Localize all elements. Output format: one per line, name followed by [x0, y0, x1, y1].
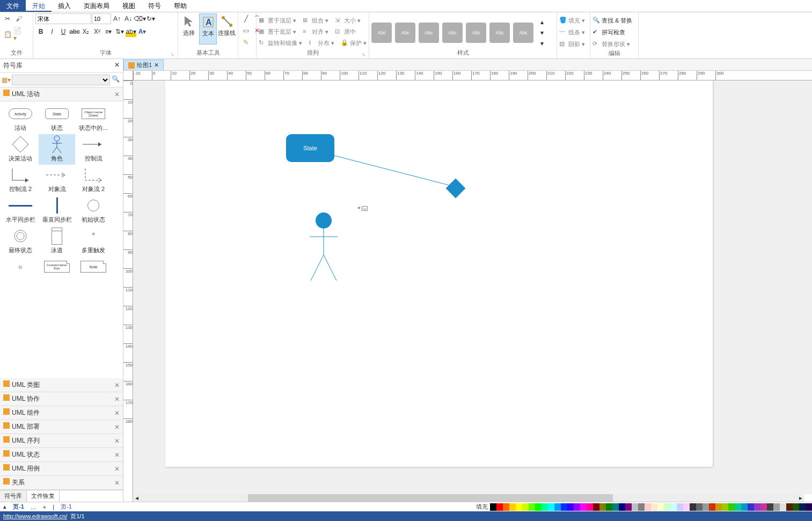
strike-button[interactable]: abc	[69, 26, 80, 37]
color-swatch[interactable]	[709, 503, 715, 511]
scrollbar-thumb[interactable]	[248, 494, 613, 502]
page-tab-1[interactable]: 页-1	[10, 503, 27, 511]
close-icon[interactable]: ✕	[114, 437, 120, 445]
color-swatch[interactable]	[664, 503, 670, 511]
canvas-viewport[interactable]: State +▭	[133, 80, 812, 494]
font-name-select[interactable]	[35, 13, 91, 24]
close-icon[interactable]: ✕	[114, 423, 120, 431]
color-swatch[interactable]	[696, 503, 703, 511]
color-swatch[interactable]	[670, 503, 677, 511]
close-tab-icon[interactable]: ✕	[154, 62, 159, 69]
select-tool-button[interactable]: 选择	[180, 13, 198, 45]
tab-symbol-library[interactable]: 符号库	[0, 490, 27, 502]
rect-button[interactable]: ▭	[240, 25, 251, 36]
symbol-vsync[interactable]: 垂直同步栏	[39, 195, 75, 226]
color-swatch[interactable]	[651, 503, 657, 511]
color-swatch[interactable]	[683, 503, 690, 511]
superscript-button[interactable]: X²	[92, 26, 103, 37]
shadow-button[interactable]: ▨阴影 ▾	[559, 39, 585, 49]
color-swatch[interactable]	[567, 503, 574, 511]
close-icon[interactable]: ✕	[114, 381, 120, 389]
status-url-link[interactable]: http://www.edrawsoft.cn/	[3, 513, 67, 519]
increase-font-button[interactable]: A↑	[112, 13, 122, 24]
color-swatch[interactable]	[690, 503, 696, 511]
symbol-decision[interactable]: 决策活动	[2, 134, 39, 165]
pencil-button[interactable]: ✎	[240, 37, 251, 48]
color-swatch[interactable]	[554, 503, 561, 511]
page-alt-tab[interactable]: 页-1	[57, 503, 75, 511]
color-swatch[interactable]	[748, 503, 754, 511]
style-swatch-4[interactable]: Abc	[442, 23, 463, 43]
category-uml-state[interactable]: UML 状态✕	[0, 448, 123, 462]
symbol-objectflow[interactable]: 对象流	[39, 165, 75, 195]
find-replace-button[interactable]: 🔍查找 & 替换	[592, 15, 632, 26]
close-icon[interactable]: ✕	[114, 409, 120, 417]
color-swatch[interactable]	[806, 503, 812, 511]
color-swatch[interactable]	[657, 503, 664, 511]
arrange-dialog-launcher[interactable]: ⤡	[362, 53, 365, 57]
center-button[interactable]: ⊡居中	[335, 26, 356, 37]
rotate-button[interactable]: ↻旋转和镜像 ▾	[259, 38, 302, 48]
color-swatch[interactable]	[516, 503, 522, 511]
color-swatch[interactable]	[548, 503, 554, 511]
style-swatch-2[interactable]: Abc	[395, 23, 415, 43]
highlight-button[interactable]: ab▾	[126, 26, 136, 37]
color-swatch[interactable]	[542, 503, 548, 511]
category-uml-sequence[interactable]: UML 序列✕	[0, 434, 123, 448]
line-button[interactable]: ╱	[240, 13, 251, 24]
cut-button[interactable]: ✂	[2, 13, 13, 24]
tab-file-recover[interactable]: 文件恢复	[27, 490, 60, 502]
color-swatch[interactable]	[786, 503, 793, 511]
color-swatch[interactable]	[593, 503, 599, 511]
shape-state[interactable]: State	[286, 134, 334, 162]
change-case-button[interactable]: ↻▾	[145, 13, 156, 24]
color-swatch[interactable]	[490, 503, 496, 511]
color-swatch[interactable]	[780, 503, 786, 511]
category-uml-collab[interactable]: UML 协作✕	[0, 392, 123, 406]
color-swatch[interactable]	[599, 503, 606, 511]
style-more-button[interactable]: ▾	[537, 38, 547, 49]
page-add-button[interactable]: +	[40, 504, 49, 510]
category-relations[interactable]: 关系✕	[0, 476, 123, 490]
line-style-button[interactable]: 〰线条 ▾	[559, 27, 585, 38]
color-swatch[interactable]	[574, 503, 580, 511]
close-category-icon[interactable]: ✕	[114, 91, 120, 98]
symbol-object-state[interactable]: Object name [State]状态中的...	[75, 104, 112, 134]
symbol-activity[interactable]: Activity活动	[2, 104, 39, 134]
category-uml-component[interactable]: UML 组件✕	[0, 406, 123, 420]
decrease-font-button[interactable]: A↓	[123, 13, 134, 24]
color-swatch[interactable]	[799, 503, 806, 511]
font-color-button[interactable]: A▾	[137, 26, 148, 37]
color-swatch[interactable]	[606, 503, 612, 511]
symbol-initial[interactable]: 初始状态	[75, 195, 112, 226]
color-swatch[interactable]	[509, 503, 516, 511]
color-swatch[interactable]	[496, 503, 503, 511]
line-spacing-button[interactable]: ⇅▾	[114, 26, 125, 37]
symbol-category-current[interactable]: UML 活动 ✕	[0, 87, 123, 101]
bold-button[interactable]: B	[35, 26, 46, 37]
subscript-button[interactable]: X₂	[81, 26, 91, 37]
document-tab-1[interactable]: 绘图1 ✕	[123, 60, 164, 70]
distribute-button[interactable]: ⫴分布 ▾	[309, 38, 334, 48]
color-swatch[interactable]	[728, 503, 735, 511]
color-swatch[interactable]	[535, 503, 542, 511]
color-swatch[interactable]	[625, 503, 632, 511]
color-swatch[interactable]	[645, 503, 651, 511]
symbol-note[interactable]: Note	[75, 256, 112, 279]
library-icon[interactable]: ▦▾	[2, 76, 10, 84]
menu-layout[interactable]: 页面布局	[77, 0, 116, 12]
style-swatch-5[interactable]: Abc	[466, 23, 486, 43]
color-swatch[interactable]	[522, 503, 529, 511]
clear-format-button[interactable]: ⌫▾	[134, 13, 145, 24]
symbol-final[interactable]: 最终状态	[2, 226, 39, 256]
symbol-actor[interactable]: 角色	[39, 134, 75, 165]
paste-button[interactable]: 📄▾	[13, 29, 24, 40]
close-icon[interactable]: ✕	[114, 61, 120, 70]
page-nav-up[interactable]: ▴	[0, 503, 10, 510]
color-swatch[interactable]	[619, 503, 625, 511]
size-button[interactable]: ⇲大小 ▾	[335, 15, 361, 26]
color-swatch[interactable]	[580, 503, 587, 511]
bullets-button[interactable]: ≡▾	[103, 26, 114, 37]
symbol-constraint[interactable]: Constraint Name: Body	[39, 256, 75, 279]
symbol-hsync[interactable]: 水平同步栏	[2, 195, 39, 226]
